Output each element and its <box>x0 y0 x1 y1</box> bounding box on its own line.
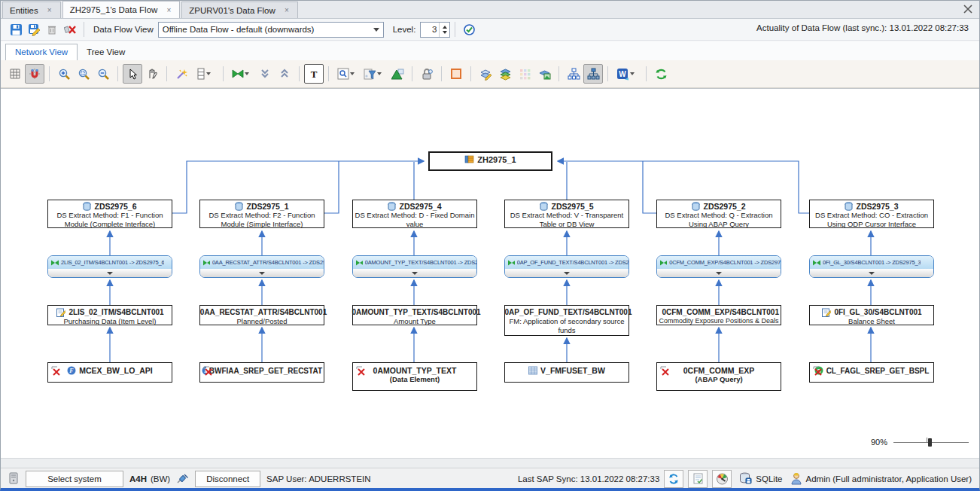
datasource-node[interactable]: ZDS2975_2 DS Extract Method: Q - Extract… <box>656 200 781 228</box>
export-image-button[interactable] <box>534 64 554 84</box>
user-icon <box>790 472 802 485</box>
node-title: ZDS2975_4 <box>399 202 441 211</box>
tab-close-icon[interactable]: × <box>46 6 53 14</box>
origin-node[interactable]: FMCEX_BW_LO_API <box>47 362 172 383</box>
extractor-node[interactable]: 0AMOUNT_TYP_TEXT/S4BCLNT001 Amount Type <box>352 305 477 325</box>
node-desc: DS Extract Method: D - Fixed Domain valu… <box>355 211 475 229</box>
separator <box>646 66 647 81</box>
zoom-slider[interactable] <box>893 437 969 447</box>
mapping-node[interactable]: 0FI_GL_30/S4BCLNT001 -> ZDS2975_3 <box>809 255 934 278</box>
pan-button[interactable] <box>142 64 162 84</box>
origin-node[interactable]: V_FMFUSET_BW <box>504 362 629 383</box>
origin-node[interactable]: 0CFM_COMM_EXP (ABAP Query) <box>656 362 781 391</box>
performance-button[interactable] <box>712 470 732 488</box>
pointer-button[interactable] <box>123 64 142 84</box>
tab-close-icon[interactable]: × <box>165 6 172 14</box>
mapping-expander[interactable] <box>657 269 781 277</box>
tab-network-view[interactable]: Network View <box>5 44 78 60</box>
layers-edit-icon <box>479 68 492 81</box>
origin-node[interactable]: 0AMOUNT_TYP_TEXT (Data Element) <box>352 362 477 391</box>
node-title: 0CFM_COMM_EXP/S4BCLNT001 <box>662 308 779 316</box>
lock-button[interactable] <box>417 64 437 84</box>
row-layout-icon <box>196 68 205 80</box>
origin-node[interactable]: CCL_FAGL_SREP_GET_BSPL <box>809 362 934 383</box>
frame-button[interactable] <box>446 64 466 84</box>
node-title: ZDS2975_3 <box>856 202 898 211</box>
tab-zpurv01-data-flow[interactable]: ZPURV01's Data Flow × <box>181 2 297 18</box>
filter-button[interactable] <box>361 64 388 84</box>
data-flow-view-select[interactable]: Offline Data Flow - default (downwards) <box>158 22 384 38</box>
validate-button[interactable] <box>460 20 478 38</box>
data-flow-view-label: Data Flow View <box>93 25 154 34</box>
origin-node[interactable]: FBWFIAA_SREP_GET_RECSTAT <box>199 362 324 383</box>
not-found-icon <box>660 366 670 376</box>
auto-layout-button[interactable] <box>172 64 191 84</box>
snap-button[interactable] <box>25 64 44 84</box>
datasource-node[interactable]: ZDS2975_5 DS Extract Method: V - Transpa… <box>504 200 629 228</box>
extractor-node[interactable]: 0AP_OF_FUND_TEXT/S4BCLNT001 FM: Applicat… <box>504 305 629 336</box>
stepper-arrows[interactable] <box>439 23 449 37</box>
collapse-all-button[interactable] <box>275 64 294 84</box>
select-system-button[interactable]: Select system <box>26 471 123 487</box>
diagram-canvas[interactable]: ZH2975_1 ZDS2975_6 DS Extract Method: F1… <box>1 88 980 459</box>
mapping-node[interactable]: 2LIS_02_ITM/S4BCLNT001 -> ZDS2975_6 <box>47 255 172 278</box>
text-mode-button[interactable]: T <box>304 64 324 84</box>
tab-entities[interactable]: Entities × <box>2 2 61 18</box>
zoom-in-button[interactable] <box>54 64 74 84</box>
datasource-node[interactable]: ZDS2975_6 DS Extract Method: F1 - Functi… <box>47 200 172 228</box>
mapping-expander[interactable] <box>48 269 172 277</box>
magnet-icon <box>29 68 41 80</box>
refresh-button[interactable] <box>651 64 671 84</box>
grid-button[interactable] <box>5 64 25 84</box>
datasource-node[interactable]: ZDS2975_1 DS Extract Method: F2 - Functi… <box>199 200 324 228</box>
datasource-node[interactable]: ZDS2975_4 DS Extract Method: D - Fixed D… <box>352 200 477 228</box>
zoom-out-icon <box>97 68 110 81</box>
actuality-text: Actuality of Data Flow (last sync.): 13.… <box>756 23 969 32</box>
extractor-node[interactable]: 0AA_RECSTAT_ATTR/S4BCLNT001 Planned/Post… <box>199 305 324 325</box>
mapping-node[interactable]: 0CFM_COMM_EXP/S4BCLNT001 -> ZDS2975_2 <box>656 255 781 278</box>
tree-layout-button[interactable] <box>564 64 583 84</box>
function-module-icon: F <box>67 366 76 375</box>
separator <box>607 66 608 81</box>
tab-close-icon[interactable]: × <box>283 6 291 14</box>
extractor-node[interactable]: 2LIS_02_ITM/S4BCLNT001 Purchasing Data (… <box>47 305 172 325</box>
datasource-icon <box>845 202 853 211</box>
log-button[interactable] <box>688 470 708 488</box>
mapping-node[interactable]: 0AMOUNT_TYP_TEXT/S4BCLNT001 -> ZDS2975_4 <box>352 255 477 278</box>
transformation-button[interactable] <box>228 64 255 84</box>
root-node-zh2975-1[interactable]: ZH2975_1 <box>428 151 552 171</box>
node-title: BWFIAA_SREP_GET_RECSTAT <box>209 367 322 375</box>
sync-button[interactable] <box>664 470 683 488</box>
database-icon <box>739 472 752 485</box>
zoom-slider-handle[interactable] <box>928 438 932 447</box>
remove-button[interactable] <box>61 20 79 38</box>
grid-icon <box>9 68 21 80</box>
extractor-node[interactable]: 0CFM_COMM_EXP/S4BCLNT001 Commodity Expos… <box>656 305 781 325</box>
word-export-button[interactable]: W <box>613 64 641 84</box>
search-button[interactable] <box>333 64 361 84</box>
disconnect-button[interactable]: Disconnect <box>195 471 260 487</box>
zoom-out-button[interactable] <box>93 64 113 84</box>
node-title: ZDS2975_5 <box>551 202 593 211</box>
layout-options-button[interactable] <box>191 64 218 84</box>
save-button[interactable] <box>7 20 25 38</box>
zoom-fit-button[interactable] <box>74 64 93 84</box>
close-icon[interactable] <box>963 4 973 14</box>
mapping-expander[interactable] <box>505 269 628 277</box>
mapping-node[interactable]: 0AP_OF_FUND_TEXT/S4BCLNT001 -> ZDS2975_5 <box>504 255 629 278</box>
network-layout-button[interactable] <box>583 64 603 84</box>
mapping-expander[interactable] <box>353 269 476 277</box>
level-stepper[interactable]: 3 <box>420 22 450 38</box>
save-as-button[interactable] <box>25 20 43 38</box>
datasource-node[interactable]: ZDS2975_3 DS Extract Method: CO - Extrac… <box>809 200 934 228</box>
tab-zh2975-data-flow[interactable]: ZH2975_1's Data Flow × <box>62 1 181 18</box>
layers-button[interactable] <box>495 64 515 84</box>
tab-tree-view[interactable]: Tree View <box>78 44 134 60</box>
expand-all-button[interactable] <box>255 64 275 84</box>
mapping-expander[interactable] <box>200 269 324 277</box>
hierarchy-button[interactable] <box>388 64 407 84</box>
layers-edit-button[interactable] <box>476 64 495 84</box>
extractor-node[interactable]: 0FI_GL_30/S4BCLNT001 Balance Sheet <box>809 305 934 325</box>
mapping-node[interactable]: 0AA_RECSTAT_ATTR/S4BCLNT001 -> ZDS2975_1 <box>199 255 324 278</box>
mapping-expander[interactable] <box>810 269 933 277</box>
